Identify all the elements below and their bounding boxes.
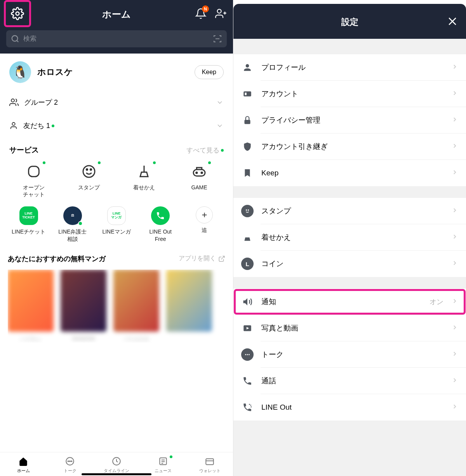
svg-point-0 bbox=[16, 12, 19, 16]
phone-icon bbox=[241, 375, 254, 387]
svg-point-12 bbox=[90, 169, 91, 170]
lock-icon bbox=[241, 114, 254, 126]
person-add-icon bbox=[215, 8, 227, 19]
chevron-right-icon bbox=[451, 116, 458, 125]
manga-item[interactable] bbox=[166, 270, 212, 343]
settings-row-lock[interactable]: プライバシー管理 bbox=[233, 107, 466, 133]
search-input[interactable] bbox=[23, 35, 213, 43]
settings-row-bookmark[interactable]: Keep bbox=[233, 160, 466, 186]
settings-row-label: アカウント引き継ぎ bbox=[261, 142, 443, 152]
chevron-right-icon bbox=[451, 207, 458, 215]
settings-title: 設定 bbox=[253, 16, 447, 28]
svg-point-20 bbox=[71, 461, 72, 462]
svg-rect-30 bbox=[243, 92, 251, 97]
manga-section-title: あなたにおすすめの無料マンガ bbox=[8, 254, 106, 263]
notifications-button[interactable]: N bbox=[195, 8, 207, 21]
coin-circle-icon: L bbox=[241, 258, 254, 270]
settings-row-speaker[interactable]: 通知オン bbox=[233, 289, 466, 315]
tab-home[interactable]: ホーム bbox=[0, 456, 47, 474]
open-app-link[interactable]: アプリを開く bbox=[179, 254, 225, 263]
chevron-down-icon bbox=[216, 122, 224, 130]
manga-item[interactable]: バトルスタ bbox=[113, 270, 159, 343]
service-line-manga[interactable]: LINEマンガ LINEマンガ bbox=[95, 206, 138, 242]
avatar[interactable]: 🐧 bbox=[9, 61, 31, 83]
settings-row-label: アカウント bbox=[261, 89, 443, 99]
speaker-icon bbox=[241, 296, 254, 308]
scan-icon[interactable] bbox=[213, 34, 222, 43]
person-icon bbox=[241, 61, 254, 74]
svg-point-34 bbox=[248, 210, 249, 211]
settings-row-phone[interactable]: 通話 bbox=[233, 368, 466, 394]
services-see-all[interactable]: すべて見る bbox=[186, 146, 224, 155]
manga-item[interactable]: SHADOW bbox=[61, 270, 106, 343]
svg-rect-32 bbox=[244, 120, 250, 124]
chevron-right-icon bbox=[451, 377, 458, 385]
profile-name[interactable]: ホロスケ bbox=[37, 66, 188, 78]
chevron-right-icon bbox=[451, 350, 458, 359]
wallet-icon bbox=[205, 456, 215, 466]
svg-point-4 bbox=[12, 36, 18, 42]
settings-row-label: 着せかえ bbox=[261, 232, 443, 242]
svg-point-10 bbox=[83, 166, 95, 177]
service-theme[interactable]: 着せかえ bbox=[117, 162, 171, 198]
service-stamp[interactable]: スタンプ bbox=[62, 162, 116, 198]
settings-row-play[interactable]: 写真と動画 bbox=[233, 315, 466, 341]
settings-row-brush[interactable]: 着せかえ bbox=[233, 224, 466, 251]
shield-icon bbox=[241, 140, 254, 153]
person-icon bbox=[9, 121, 18, 130]
service-line-ticket[interactable]: LINETICKET LINEチケット bbox=[7, 206, 50, 242]
chevron-down-icon bbox=[216, 99, 224, 106]
tab-talk[interactable]: トーク bbox=[47, 456, 93, 474]
friends-row[interactable]: 友だち 1 bbox=[9, 114, 224, 137]
settings-row-dots-circle[interactable]: トーク bbox=[233, 341, 466, 368]
settings-row-label: トーク bbox=[261, 350, 443, 360]
phoneout-icon bbox=[241, 401, 254, 414]
add-friend-button[interactable] bbox=[215, 8, 227, 21]
brush-icon bbox=[136, 164, 152, 179]
settings-row-smile-circle[interactable]: スタンプ bbox=[233, 198, 466, 224]
chevron-right-icon bbox=[451, 169, 458, 177]
search-bar[interactable] bbox=[6, 30, 227, 47]
service-line-out-free[interactable]: LINE OutFree bbox=[139, 206, 182, 242]
svg-rect-31 bbox=[245, 93, 247, 95]
chevron-right-icon bbox=[451, 90, 458, 98]
game-icon bbox=[191, 164, 207, 179]
chevron-right-icon bbox=[451, 298, 458, 306]
service-add[interactable]: + 追 bbox=[183, 206, 226, 242]
settings-row-label: 写真と動画 bbox=[261, 323, 443, 333]
settings-row-id[interactable]: アカウント bbox=[233, 81, 466, 107]
svg-point-42 bbox=[250, 407, 252, 408]
settings-row-value: オン bbox=[429, 297, 443, 306]
keep-button[interactable]: Keep bbox=[195, 65, 224, 79]
tab-wallet[interactable]: ウォレット bbox=[186, 456, 233, 474]
line-manga-icon: LINEマンガ bbox=[107, 206, 126, 225]
settings-row-person[interactable]: プロフィール bbox=[233, 54, 466, 81]
settings-row-shield[interactable]: アカウント引き継ぎ bbox=[233, 133, 466, 160]
settings-row-phoneout[interactable]: LINE Out bbox=[233, 394, 466, 421]
plus-icon: + bbox=[196, 206, 213, 223]
svg-line-16 bbox=[221, 256, 224, 259]
close-button[interactable] bbox=[447, 16, 458, 29]
service-game[interactable]: GAME bbox=[172, 162, 226, 198]
play-icon bbox=[241, 322, 254, 334]
groups-row[interactable]: グループ 2 bbox=[9, 91, 224, 114]
line-lawyer-icon: ⚖ bbox=[63, 206, 82, 225]
tab-news[interactable]: ニュース bbox=[140, 456, 186, 474]
settings-row-label: Keep bbox=[261, 169, 443, 177]
settings-button[interactable] bbox=[4, 0, 31, 27]
news-icon bbox=[158, 456, 168, 466]
service-openchat[interactable]: オープンチャット bbox=[7, 162, 61, 198]
svg-point-14 bbox=[196, 172, 197, 173]
smile-icon bbox=[81, 164, 97, 179]
openchat-icon bbox=[26, 164, 42, 179]
settings-row-label: スタンプ bbox=[261, 206, 443, 216]
tab-timeline[interactable]: タイムライン bbox=[93, 456, 140, 474]
brush-icon bbox=[241, 231, 254, 244]
chevron-right-icon bbox=[451, 260, 458, 268]
svg-point-11 bbox=[86, 169, 87, 170]
external-link-icon bbox=[218, 255, 225, 262]
settings-row-coin-circle[interactable]: Lコイン bbox=[233, 251, 466, 277]
service-line-lawyer[interactable]: ⚖ LINE弁護士相談 bbox=[51, 206, 94, 242]
chevron-right-icon bbox=[451, 63, 458, 72]
manga-item[interactable]: ハイキュ bbox=[8, 270, 54, 343]
